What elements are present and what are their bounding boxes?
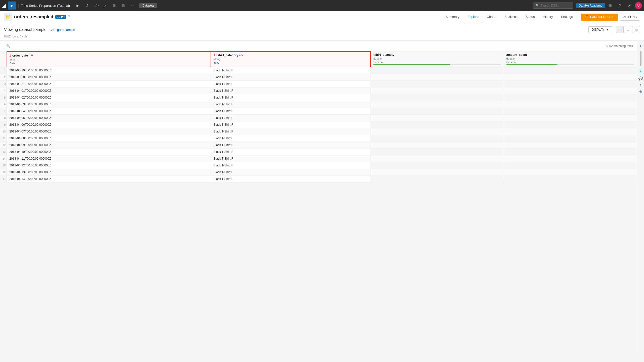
actions-button[interactable]: ACTIONS bbox=[620, 14, 640, 21]
row-number: 3 bbox=[0, 80, 7, 87]
table-cell: Black T-Shirt F bbox=[211, 121, 371, 128]
apps-icon[interactable]: ⊞ bbox=[606, 2, 614, 10]
configure-sample-link[interactable]: Configure sample bbox=[50, 28, 75, 32]
right-icons: Dataiku Academy ⊞ ? ↗ U bbox=[576, 2, 642, 10]
col-name-amount-spent: amount_spent bbox=[506, 53, 527, 57]
tab-history[interactable]: History bbox=[539, 11, 557, 23]
code-icon[interactable]: </> bbox=[92, 2, 100, 10]
help-icon[interactable]: ? bbox=[616, 2, 624, 10]
table-row: 32013-03-31T00:00:00.000000ZBlack T-Shir… bbox=[0, 80, 637, 87]
col-header-amount-spent[interactable]: amount_spent double Decimal bbox=[504, 52, 637, 67]
page-header: Viewing dataset sample Configure sample … bbox=[0, 23, 644, 41]
table-cell bbox=[504, 169, 637, 175]
dataset-help-icon[interactable]: ? bbox=[68, 15, 70, 19]
user-avatar[interactable]: U bbox=[635, 2, 642, 9]
table-cell: 2013-04-06T00:00:00.000000Z bbox=[7, 121, 211, 128]
grid-view-icon[interactable]: ⊞ bbox=[616, 26, 624, 33]
table-search-input[interactable] bbox=[11, 44, 52, 48]
expand-icon[interactable]: › bbox=[640, 44, 641, 48]
table-cell: Black T-Shirt F bbox=[211, 114, 371, 121]
table-cell: Black T-Shirt F bbox=[211, 101, 371, 108]
info-icon[interactable]: ℹ bbox=[638, 68, 643, 74]
table-cell: 2013-04-03T00:00:00.000000Z bbox=[7, 101, 211, 108]
table-area[interactable]: 🔍 8862 matching rows 2 order_date ↑≡ bbox=[0, 41, 637, 357]
table-row: 162013-04-13T00:00:00.000000ZBlack T-Shi… bbox=[0, 169, 637, 175]
table-row: 12013-03-29T00:00:00.000000ZBlack T-Shir… bbox=[0, 67, 637, 74]
table-cell: 2013-04-11T00:00:00.000000Z bbox=[7, 155, 211, 162]
col-name-order-date: order_date bbox=[12, 54, 28, 57]
table-cell: Black T-Shirt F bbox=[211, 148, 371, 155]
table-cell: 2013-04-05T00:00:00.000000Z bbox=[7, 114, 211, 121]
more-icon[interactable]: ··· bbox=[128, 2, 136, 10]
table-cell bbox=[371, 169, 504, 175]
display-label: DISPLAY bbox=[592, 28, 604, 31]
academy-button[interactable]: Dataiku Academy bbox=[576, 3, 605, 8]
table-row: 22013-03-30T00:00:00.000000ZBlack T-Shir… bbox=[0, 74, 637, 80]
table-cell bbox=[504, 67, 637, 74]
tab-summary[interactable]: Summary bbox=[441, 11, 464, 23]
col-type-tshirt-quantity: double bbox=[373, 57, 501, 60]
col-name-tshirt-category: tshirt_category bbox=[216, 54, 238, 57]
add-icon[interactable]: ⊕ bbox=[639, 89, 642, 94]
type-badge-tshirt-category: abc bbox=[239, 54, 244, 57]
table-cell: 2013-03-31T00:00:00.000000Z bbox=[7, 80, 211, 87]
screen-icon[interactable]: ⊟ bbox=[119, 2, 127, 10]
tab-charts[interactable]: Charts bbox=[483, 11, 500, 23]
global-search[interactable]: 🔍 bbox=[533, 3, 573, 9]
col-bar-fill-amount-spent bbox=[506, 64, 557, 65]
col-header-order-date[interactable]: 2 order_date ↑≡ date Date bbox=[7, 52, 211, 67]
table-cell: 2013-04-09T00:00:00.000000Z bbox=[7, 142, 211, 148]
table-cell bbox=[371, 155, 504, 162]
table-cell bbox=[504, 135, 637, 142]
tab-settings[interactable]: Settings bbox=[557, 11, 577, 23]
refresh-icon[interactable]: ↺ bbox=[83, 2, 91, 10]
search-icon: 🔍 bbox=[6, 44, 10, 48]
list-view-icon[interactable]: ≡ bbox=[625, 26, 631, 33]
table-cell bbox=[371, 135, 504, 142]
analytics-icon[interactable]: ↗ bbox=[625, 2, 633, 10]
scrollbar-thumb[interactable] bbox=[640, 51, 641, 66]
tab-explore[interactable]: Explore bbox=[464, 11, 483, 23]
chart-view-icon[interactable]: ▦ bbox=[632, 26, 640, 33]
tab-statistics[interactable]: Statistics bbox=[500, 11, 521, 23]
deploy-icon[interactable]: ▶ bbox=[74, 2, 82, 10]
top-navbar: ◢ ▶ | Time Series Preparation (Tutorial)… bbox=[0, 0, 644, 11]
table-cell bbox=[504, 114, 637, 121]
row-number: 5 bbox=[0, 94, 7, 101]
parent-recipe-button[interactable]: 🍊 PARENT RECIPE bbox=[581, 14, 618, 21]
table-search[interactable]: 🔍 bbox=[4, 43, 54, 49]
table-cell: Black T-Shirt F bbox=[211, 87, 371, 94]
table-cell bbox=[371, 142, 504, 148]
table-cell bbox=[371, 114, 504, 121]
row-count: 8862 rows, 4 cols bbox=[0, 34, 644, 40]
page-title: Viewing dataset sample bbox=[4, 27, 47, 32]
row-number: 4 bbox=[0, 87, 7, 94]
search-input[interactable] bbox=[541, 4, 571, 7]
table-cell bbox=[504, 148, 637, 155]
tab-status[interactable]: Status bbox=[521, 11, 539, 23]
grid-icon[interactable]: ⊞ bbox=[110, 2, 118, 10]
table-cell bbox=[504, 101, 637, 108]
table-cell: Black T-Shirt F bbox=[211, 175, 371, 182]
right-sidebar: › ℹ 💬 ↑ ⊕ bbox=[637, 41, 644, 357]
table-cell bbox=[504, 80, 637, 87]
display-button[interactable]: DISPLAY ▼ bbox=[588, 26, 612, 33]
project-title: Time Series Preparation (Tutorial) bbox=[21, 4, 70, 8]
table-row: 112013-04-08T00:00:00.000000ZBlack T-Shi… bbox=[0, 135, 637, 142]
comment-icon[interactable]: 💬 bbox=[638, 76, 643, 80]
run-icon[interactable]: ▷ bbox=[101, 2, 109, 10]
app-logo: ◢ bbox=[2, 3, 6, 9]
sort-icon-order-date[interactable]: ↑≡ bbox=[29, 53, 33, 58]
upload-icon[interactable]: ↑ bbox=[640, 83, 641, 87]
flow-icon[interactable]: ▶ bbox=[8, 2, 16, 10]
row-number: 17 bbox=[0, 175, 7, 182]
col-header-tshirt-quantity[interactable]: tshirt_quantity double Decimal bbox=[371, 52, 504, 67]
row-number: 6 bbox=[0, 101, 7, 108]
table-cell bbox=[371, 121, 504, 128]
datasets-button[interactable]: Datasets bbox=[139, 3, 157, 8]
col-header-tshirt-category[interactable]: 1 tshirt_category abc string Text bbox=[211, 52, 371, 67]
row-number: 11 bbox=[0, 135, 7, 142]
table-cell: 2013-04-13T00:00:00.000000Z bbox=[7, 169, 211, 175]
table-cell bbox=[504, 121, 637, 128]
table-cell bbox=[371, 87, 504, 94]
